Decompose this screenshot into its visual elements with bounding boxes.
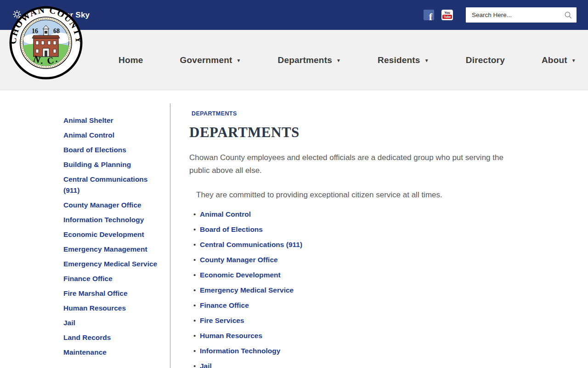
department-link[interactable]: Economic Development bbox=[200, 271, 281, 279]
sidebar-department-link[interactable]: Finance Office bbox=[63, 273, 113, 284]
nav-item[interactable]: Directory ▼ bbox=[466, 55, 505, 65]
department-link[interactable]: Animal Control bbox=[200, 210, 251, 218]
nav-item-label: Residents bbox=[378, 55, 420, 65]
intro-paragraph-1: Chowan County employees and elected offi… bbox=[189, 151, 510, 177]
sidebar-item: Fire Marshal Office bbox=[63, 288, 161, 299]
department-sidebar: Animal Shelter Animal Control Board of E… bbox=[63, 115, 161, 358]
department-list-item: Economic Development bbox=[189, 270, 529, 280]
department-link[interactable]: Finance Office bbox=[200, 301, 249, 309]
department-link[interactable]: Central Communications (911) bbox=[200, 241, 302, 248]
search-input[interactable] bbox=[466, 7, 560, 23]
page-title: DEPARTMENTS bbox=[189, 124, 529, 141]
sidebar-department-link[interactable]: Land Records bbox=[63, 332, 111, 343]
nav-item-label: Departments bbox=[278, 55, 332, 65]
sidebar-item: County Manager Office bbox=[63, 200, 161, 211]
topbar-right: f You Tube bbox=[424, 7, 577, 23]
sidebar-department-link[interactable]: Fire Marshal Office bbox=[63, 288, 128, 299]
sidebar-department-link[interactable]: Emergency Medical Service bbox=[63, 259, 157, 270]
sidebar-department-link[interactable]: Animal Shelter bbox=[63, 115, 113, 126]
search-box bbox=[466, 7, 577, 23]
sidebar-item: Central Communications (911) bbox=[63, 174, 161, 196]
department-link[interactable]: Human Resources bbox=[200, 332, 262, 339]
breadcrumb[interactable]: DEPARTMENTS bbox=[189, 110, 529, 117]
nav-item-label: Directory bbox=[466, 55, 505, 65]
chevron-down-icon: ▼ bbox=[237, 57, 241, 63]
content-area: Animal Shelter Animal Control Board of E… bbox=[0, 91, 588, 368]
department-list-item: Fire Services bbox=[189, 316, 529, 325]
sidebar-department-link[interactable]: Emergency Management bbox=[63, 244, 147, 255]
department-list-item: Board of Elections bbox=[189, 225, 529, 234]
sidebar-department-link[interactable]: Human Resources bbox=[63, 303, 126, 314]
department-link[interactable]: Board of Elections bbox=[200, 225, 263, 233]
nav-item-label: Home bbox=[119, 55, 143, 65]
main-navigation: Home ▼ Government ▼ Departments ▼ Reside… bbox=[119, 30, 576, 90]
facebook-icon[interactable]: f bbox=[424, 10, 434, 20]
seal-year-left: 16 bbox=[32, 28, 38, 34]
nav-item-label: About bbox=[542, 55, 567, 65]
sidebar-item: Building & Planning bbox=[63, 159, 161, 170]
sidebar-item: Information Technology bbox=[63, 214, 161, 225]
sidebar-item: Human Resources bbox=[63, 303, 161, 314]
sidebar-item: Emergency Medical Service bbox=[63, 259, 161, 270]
department-list-item: County Manager Office bbox=[189, 255, 529, 264]
chevron-down-icon: ▼ bbox=[336, 57, 341, 63]
department-list-item: Central Communications (911) bbox=[189, 240, 529, 249]
sidebar-department-link[interactable]: Jail bbox=[63, 317, 75, 328]
department-link[interactable]: Fire Services bbox=[200, 316, 244, 324]
sidebar-item: Economic Development bbox=[63, 229, 161, 240]
department-link-list: Animal Control Board of Elections Centra… bbox=[189, 210, 529, 368]
department-link[interactable]: Emergency Medical Service bbox=[200, 286, 294, 294]
nav-item[interactable]: Home ▼ bbox=[119, 55, 143, 65]
search-icon bbox=[564, 11, 572, 19]
sidebar-department-link[interactable]: Central Communications (911) bbox=[63, 174, 161, 196]
sidebar-department-link[interactable]: Economic Development bbox=[63, 229, 144, 240]
chevron-down-icon: ▼ bbox=[571, 57, 576, 63]
nav-item[interactable]: Government ▼ bbox=[180, 55, 241, 65]
department-link[interactable]: Information Technology bbox=[200, 347, 280, 355]
department-list-item: Animal Control bbox=[189, 210, 529, 219]
department-link[interactable]: Jail bbox=[200, 362, 212, 368]
department-list-item: Emergency Medical Service bbox=[189, 286, 529, 295]
social-links: f You Tube bbox=[424, 10, 453, 20]
sidebar-department-link[interactable]: Maintenance bbox=[63, 347, 107, 358]
department-link[interactable]: County Manager Office bbox=[200, 256, 278, 264]
department-list-item: Human Resources bbox=[189, 331, 529, 340]
sidebar-department-link[interactable]: Building & Planning bbox=[63, 159, 131, 170]
seal-year-right: 68 bbox=[53, 28, 60, 34]
sidebar-item: Emergency Management bbox=[63, 244, 161, 255]
department-list-item: Finance Office bbox=[189, 301, 529, 310]
sidebar-item: Land Records bbox=[63, 332, 161, 343]
nav-item-label: Government bbox=[180, 55, 232, 65]
site-header: Home ▼ Government ▼ Departments ▼ Reside… bbox=[0, 30, 588, 90]
sidebar-divider bbox=[170, 104, 170, 368]
sidebar-department-link[interactable]: County Manager Office bbox=[63, 200, 141, 211]
youtube-icon[interactable]: You Tube bbox=[441, 10, 453, 20]
nav-item[interactable]: Departments ▼ bbox=[278, 55, 341, 65]
top-utility-bar: 37.4° Clear Sky f You Tube bbox=[0, 0, 588, 30]
county-seal-logo[interactable]: 16 68 CHOWAN COUNTY N. C. bbox=[9, 6, 83, 80]
nav-item[interactable]: Residents ▼ bbox=[378, 55, 429, 65]
sidebar-item: Finance Office bbox=[63, 273, 161, 284]
sidebar-item: Jail bbox=[63, 317, 161, 328]
sidebar-department-link[interactable]: Board of Elections bbox=[63, 144, 126, 155]
search-button[interactable] bbox=[560, 7, 577, 23]
chevron-down-icon: ▼ bbox=[424, 57, 429, 63]
nav-item[interactable]: About ▼ bbox=[542, 55, 576, 65]
intro-paragraph-2: They are committed to providing exceptio… bbox=[189, 189, 529, 201]
sidebar-item: Animal Shelter bbox=[63, 115, 161, 126]
department-list-item: Information Technology bbox=[189, 346, 529, 356]
sidebar-department-link[interactable]: Information Technology bbox=[63, 214, 144, 225]
sidebar-item: Board of Elections bbox=[63, 144, 161, 155]
sidebar-item: Maintenance bbox=[63, 347, 161, 358]
department-list-item: Jail bbox=[189, 362, 529, 368]
sidebar-item: Animal Control bbox=[63, 130, 161, 141]
sidebar-department-link[interactable]: Animal Control bbox=[63, 130, 114, 141]
main-column: DEPARTMENTS DEPARTMENTS Chowan County em… bbox=[189, 91, 529, 368]
